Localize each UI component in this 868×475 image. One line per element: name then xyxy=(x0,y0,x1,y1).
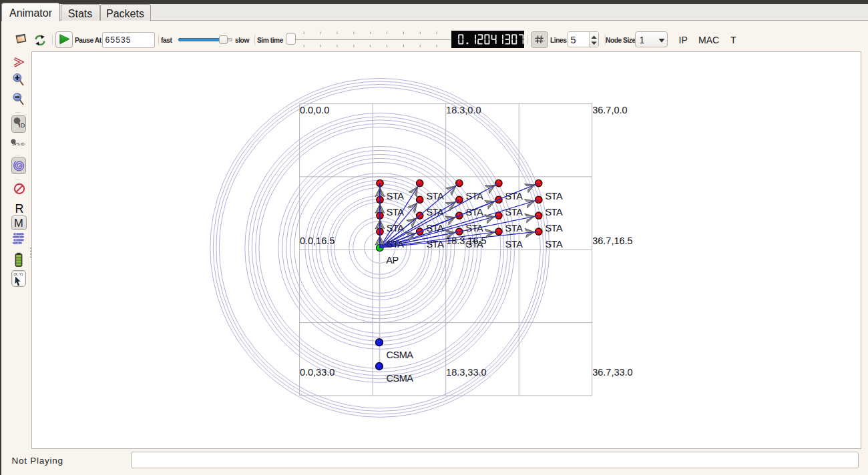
svg-text:STA: STA xyxy=(426,191,444,201)
svg-text:STA: STA xyxy=(426,239,444,250)
svg-text:STA: STA xyxy=(545,207,563,217)
svg-text:STA: STA xyxy=(505,239,523,250)
svg-text:STA: STA xyxy=(386,207,404,217)
svg-text:STA: STA xyxy=(545,239,563,250)
svg-text:ID: ID xyxy=(19,121,25,128)
svg-text:STA: STA xyxy=(505,207,523,217)
svg-text:STA: STA xyxy=(386,223,404,233)
svg-text:STA: STA xyxy=(386,239,404,250)
svg-text:STA: STA xyxy=(465,191,483,201)
svg-text:0.0,16.5: 0.0,16.5 xyxy=(299,235,334,246)
svg-text:STA: STA xyxy=(505,223,523,233)
svg-text:STA: STA xyxy=(465,239,483,250)
svg-text:STA: STA xyxy=(505,191,523,201)
svg-text:36.7,33.0: 36.7,33.0 xyxy=(592,367,632,378)
svg-text:STA: STA xyxy=(426,223,444,233)
svg-text:STA: STA xyxy=(426,207,444,217)
svg-text:CSMA: CSMA xyxy=(386,373,413,384)
svg-text:STA: STA xyxy=(545,191,563,201)
svg-text:AP: AP xyxy=(386,255,398,266)
svg-text:18.3,33.0: 18.3,33.0 xyxy=(446,367,486,378)
svg-text:36.7,16.5: 36.7,16.5 xyxy=(592,235,632,246)
svg-text:STA: STA xyxy=(465,223,483,233)
svg-text:STA: STA xyxy=(465,207,483,217)
svg-text:36.7,0.0: 36.7,0.0 xyxy=(592,105,627,115)
svg-text:18.3,0.0: 18.3,0.0 xyxy=(446,105,481,115)
svg-text:0.0,0.0: 0.0,0.0 xyxy=(299,105,329,115)
svg-text:SYS ID: SYS ID xyxy=(12,142,25,146)
svg-text:CSMA: CSMA xyxy=(386,350,413,360)
svg-text:0.0,33.0: 0.0,33.0 xyxy=(299,367,334,378)
svg-text:STA: STA xyxy=(545,223,563,233)
svg-text:STA: STA xyxy=(386,191,404,201)
